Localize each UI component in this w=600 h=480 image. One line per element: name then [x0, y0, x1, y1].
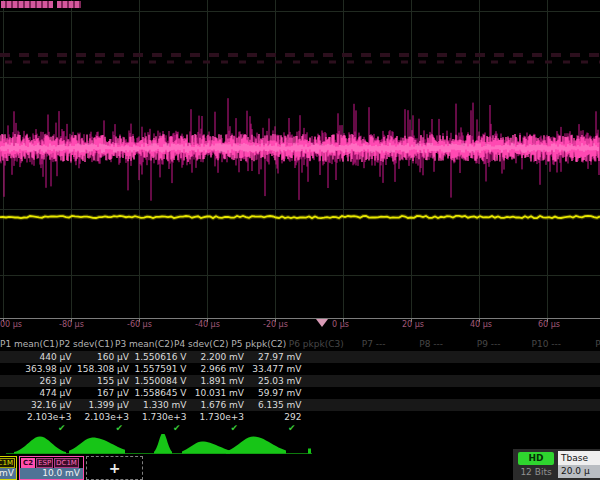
measure-value: 292: [230, 411, 302, 423]
timebase-block: HD 12 Bits Tbase 20.0 µ: [513, 449, 600, 480]
param-header-unused[interactable]: P7 ---: [345, 338, 403, 351]
time-axis: 00 µs-80 µs-60 µs-40 µs-20 µs0 µs20 µs40…: [0, 320, 600, 332]
status-check-icon: ✔: [173, 423, 239, 434]
measure-row: 363.98 µV158.308 µV1.557591 V2.966 mV33.…: [0, 363, 600, 375]
measure-status-row: ✔✔✔✔✔: [0, 423, 600, 434]
param-histicon[interactable]: [69, 438, 125, 454]
status-check-icon: ✔: [115, 423, 181, 434]
param-histicon[interactable]: [14, 437, 66, 454]
measure-value: 33.477 mV: [230, 363, 302, 375]
param-histicon[interactable]: [154, 434, 172, 454]
time-axis-label: 40 µs: [470, 320, 492, 329]
time-axis-label: -80 µs: [59, 320, 84, 329]
c2-esp-badge: ESP: [36, 458, 53, 468]
measure-row: 32.16 µV1.399 µV1.330 mV1.676 mV6.135 mV: [0, 399, 600, 411]
param-header[interactable]: P3 mean(C2): [115, 338, 173, 351]
channel-c2-descriptor[interactable]: C2 ESP DC1M 10.0 mV: [19, 456, 84, 480]
measure-value: 25.03 mV: [230, 375, 302, 387]
time-axis-label: 00 µs: [0, 320, 22, 329]
status-check-icon: ✔: [230, 423, 296, 434]
hd-mode-badge[interactable]: HD: [518, 452, 554, 465]
time-axis-label: -60 µs: [127, 320, 152, 329]
time-axis-label: 60 µs: [538, 320, 560, 329]
measure-row: 263 µV155 µV1.550084 V1.891 mV25.03 mV: [0, 375, 600, 387]
c2-label-badge: C2: [21, 458, 35, 468]
plot-svg: [0, 0, 600, 330]
status-check-icon: ✔: [58, 423, 124, 434]
time-axis-label: 20 µs: [402, 320, 424, 329]
timebase-value: 20.0 µ: [558, 465, 600, 478]
param-header-unused[interactable]: P6 pkpk(C3): [288, 338, 346, 351]
c2-descriptor-top: C2 ESP DC1M: [20, 457, 83, 468]
param-header-unused[interactable]: P10 ---: [518, 338, 576, 351]
c1-coupling-badge: DC1M: [0, 458, 15, 468]
measure-row: 440 µV160 µV1.550616 V2.200 mV27.97 mV: [0, 351, 600, 363]
measure-row: 2.103e+32.103e+31.730e+31.730e+3292: [0, 411, 600, 423]
measure-value: 6.135 mV: [230, 399, 302, 411]
param-header[interactable]: P4 sdev(C2): [173, 338, 231, 351]
param-header[interactable]: P2 sdev(C1): [58, 338, 116, 351]
oscilloscope-screen: 00 µs-80 µs-60 µs-40 µs-20 µs0 µs20 µs40…: [0, 0, 600, 480]
hd-bits-label: 12 Bits: [513, 467, 559, 477]
param-header-unused[interactable]: P8 ---: [403, 338, 461, 351]
time-axis-label: -20 µs: [263, 320, 288, 329]
measure-rows: 440 µV160 µV1.550616 V2.200 mV27.97 mV36…: [0, 351, 600, 423]
measure-value: 27.97 mV: [230, 351, 302, 363]
time-axis-label: 0 µs: [332, 320, 349, 329]
timebase-descriptor[interactable]: Tbase: [558, 451, 600, 465]
measure-row: 474 µV167 µV1.558645 V10.031 mV59.97 mV: [0, 387, 600, 399]
measure-value: 59.97 mV: [230, 387, 302, 399]
param-header-unused[interactable]: P9 ---: [460, 338, 518, 351]
time-axis-label: -40 µs: [195, 320, 220, 329]
c1-scale-value: 0 mV: [0, 468, 16, 479]
measure-headers: P1 mean(C1)P2 sdev(C1)P3 mean(C2)P4 sdev…: [0, 338, 600, 351]
param-histicon[interactable]: [226, 437, 286, 454]
cursor-marker-box[interactable]: +: [86, 456, 143, 480]
param-header-unused[interactable]: P11: [575, 338, 600, 351]
acq-status-badge: [1, 1, 53, 8]
acq-status-badge-2: [57, 1, 81, 8]
cursor-plus-icon: +: [109, 461, 121, 475]
measure-table: P1 mean(C1)P2 sdev(C1)P3 mean(C2)P4 sdev…: [0, 338, 600, 434]
c2-scale-value: 10.0 mV: [20, 468, 83, 479]
channel-c1-descriptor[interactable]: DC1M 0 mV: [0, 456, 17, 480]
status-check-icon: ✔: [0, 423, 66, 434]
param-header[interactable]: P1 mean(C1): [0, 338, 58, 351]
c1-descriptor-top: DC1M: [0, 457, 16, 468]
param-header[interactable]: P5 pkpk(C2): [230, 338, 288, 351]
param-histicon[interactable]: [182, 442, 230, 454]
c2-coupling-badge: DC1M: [54, 458, 79, 468]
